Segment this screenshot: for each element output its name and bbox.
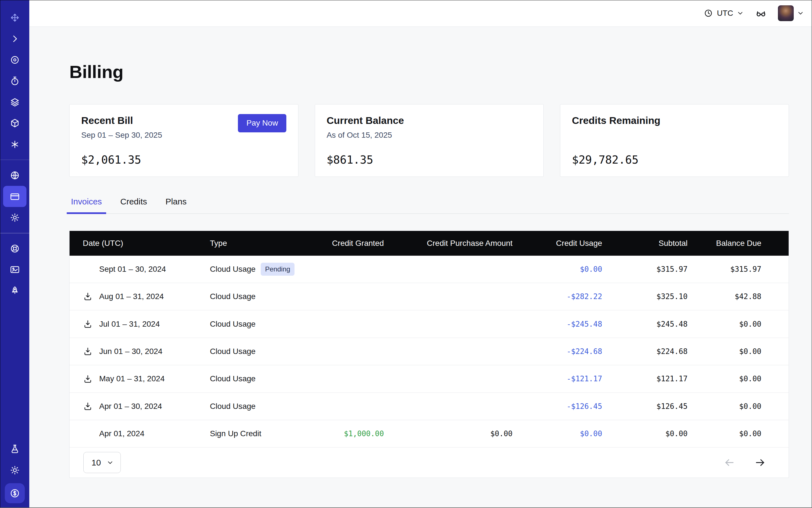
row-type: Cloud Usage	[210, 347, 255, 356]
table-row: Sept 01 – 30, 2024 Cloud Usage Pending $…	[70, 256, 788, 283]
card-subtitle	[572, 131, 777, 140]
account-menu[interactable]	[778, 5, 804, 21]
row-balance-due: $0.00	[696, 347, 788, 356]
sidebar-item-droplets[interactable]	[3, 49, 26, 71]
sidebar-item-expand-sidebar[interactable]	[3, 28, 26, 49]
table-row: Jun 01 – 30, 2024 Cloud Usage -$224.68 $…	[70, 338, 788, 365]
sidebar-item-labs[interactable]	[3, 438, 26, 460]
row-type: Cloud Usage	[210, 265, 255, 274]
row-date: May 01 – 31, 2024	[99, 374, 165, 383]
sidebar-item-theme[interactable]	[3, 460, 26, 481]
table-row: Apr 01 – 30, 2024 Cloud Usage -$126.45 $…	[70, 393, 788, 420]
next-page-button[interactable]	[755, 457, 766, 468]
sidebar-divider	[0, 233, 29, 234]
sidebar-item-services[interactable]	[3, 134, 26, 155]
sidebar-item-console[interactable]	[3, 259, 26, 280]
tab-invoices[interactable]: Invoices	[69, 194, 103, 213]
sidebar-divider	[0, 160, 29, 160]
sidebar-bottom-nav	[3, 438, 26, 503]
card-amount: $2,061.35	[81, 154, 286, 166]
card-title: Credits Remaining	[572, 115, 777, 126]
download-invoice-icon[interactable]	[83, 291, 93, 302]
tab-credits[interactable]: Credits	[119, 194, 149, 213]
sidebar	[0, 0, 29, 507]
column-header-date: Date (UTC)	[70, 239, 195, 248]
row-balance-due: $0.00	[696, 429, 788, 438]
row-credit-usage: -$126.45	[522, 402, 611, 411]
row-subtotal: $325.10	[611, 292, 696, 301]
sidebar-item-activity[interactable]	[3, 71, 26, 91]
chevron-down-icon	[737, 10, 743, 16]
row-credit-usage: $0.00	[522, 265, 611, 273]
row-balance-due: $0.00	[696, 375, 788, 383]
tab-plans[interactable]: Plans	[164, 194, 188, 213]
avatar	[778, 5, 794, 21]
card-credits-remaining: Credits Remaining $29,782.65	[560, 104, 789, 177]
topbar: UTC	[29, 0, 812, 27]
row-credit-usage: -$245.48	[522, 320, 611, 328]
sidebar-item-launch[interactable]	[3, 280, 26, 301]
row-subtotal: $245.48	[611, 320, 696, 328]
prev-page-button[interactable]	[724, 457, 735, 468]
row-credit-usage: -$121.17	[522, 375, 611, 383]
view-mode-button[interactable]	[756, 8, 766, 19]
column-header-type: Type	[195, 239, 311, 248]
download-invoice-icon[interactable]	[83, 401, 93, 412]
sidebar-item-support[interactable]	[3, 238, 26, 259]
column-header-credit-granted: Credit Granted	[311, 239, 393, 248]
row-subtotal: $126.45	[611, 402, 696, 411]
download-invoice-icon[interactable]	[83, 346, 93, 356]
row-date: Jul 01 – 31, 2024	[99, 320, 160, 329]
asterisk-icon	[9, 139, 20, 150]
sun-icon	[9, 465, 20, 475]
column-header-credit-purchase-amount: Credit Purchase Amount	[393, 239, 522, 248]
chevron-down-icon	[797, 10, 804, 16]
chevron-down-icon	[107, 459, 114, 466]
stopwatch-icon	[9, 76, 20, 86]
table-row: Aug 01 – 31, 2024 Cloud Usage -$282.22 $…	[70, 283, 788, 310]
invoice-table-body: Sept 01 – 30, 2024 Cloud Usage Pending $…	[70, 256, 788, 448]
download-invoice-icon[interactable]	[83, 319, 93, 329]
column-header-subtotal: Subtotal	[611, 239, 696, 248]
row-credit-usage: $0.00	[522, 429, 611, 438]
row-balance-due: $315.97	[696, 265, 788, 273]
sidebar-item-packages[interactable]	[3, 113, 26, 134]
table-footer: 10	[70, 448, 788, 477]
pay-now-button[interactable]: Pay Now	[238, 114, 286, 133]
screen-icon	[9, 264, 20, 275]
content: Billing Recent Bill Sep 01 – Sep 30, 202…	[29, 27, 812, 508]
table-row: Apr 01, 2024 Sign Up Credit $1,000.00 $0…	[70, 420, 788, 448]
table-header: Date (UTC) Type Credit Granted Credit Pu…	[70, 231, 788, 256]
sidebar-item-credits[interactable]	[5, 483, 25, 503]
row-type: Sign Up Credit	[210, 429, 261, 438]
invoices-table: Date (UTC) Type Credit Granted Credit Pu…	[69, 230, 789, 478]
timezone-dropdown[interactable]: UTC	[703, 8, 743, 18]
row-subtotal: $315.97	[611, 265, 696, 273]
row-subtotal: $121.17	[611, 375, 696, 383]
row-date: Jun 01 – 30, 2024	[99, 347, 163, 356]
page-size-select[interactable]: 10	[83, 452, 121, 473]
row-subtotal: $0.00	[611, 429, 696, 438]
row-credit-usage: -$282.22	[522, 292, 611, 301]
droplet-icon	[9, 55, 20, 65]
card-title: Current Balance	[327, 115, 532, 126]
row-credit-purchase-amount: $0.00	[393, 429, 522, 438]
sidebar-item-billing[interactable]	[3, 186, 26, 207]
card-recent-bill: Recent Bill Sep 01 – Sep 30, 2025 $2,061…	[69, 104, 298, 177]
sidebar-item-stacks[interactable]	[3, 91, 26, 113]
tabs: Invoices Credits Plans	[69, 194, 789, 214]
chevron-right-icon	[9, 34, 20, 44]
card-amount: $29,782.65	[572, 154, 777, 166]
sidebar-item-settings[interactable]	[3, 207, 26, 228]
table-row: May 01 – 31, 2024 Cloud Usage -$121.17 $…	[70, 365, 788, 392]
layers-icon	[9, 97, 20, 107]
card-current-balance: Current Balance As of Oct 15, 2025 $861.…	[315, 104, 544, 177]
row-balance-due: $0.00	[696, 320, 788, 328]
row-type: Cloud Usage	[210, 320, 255, 329]
lifebuoy-icon	[9, 243, 20, 254]
row-type: Cloud Usage	[210, 292, 255, 301]
clock-icon	[703, 8, 713, 18]
sidebar-item-network[interactable]	[3, 165, 26, 186]
download-invoice-icon[interactable]	[83, 374, 93, 384]
sidebar-item-logo[interactable]	[3, 7, 26, 28]
